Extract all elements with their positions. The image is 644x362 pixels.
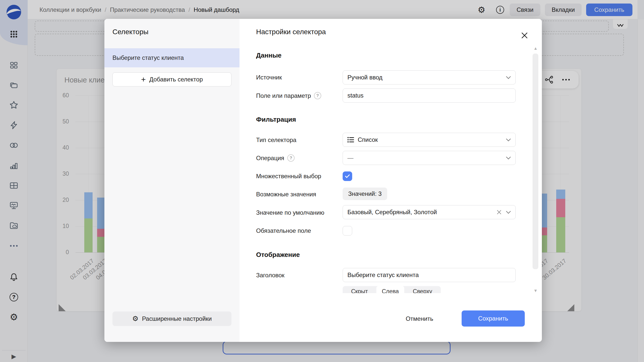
selector-type-select[interactable]: Список — [343, 133, 516, 147]
advanced-settings-button[interactable]: ⚙ Расширенные настройки — [112, 311, 231, 326]
operation-value: — — [347, 154, 353, 161]
field-param-input[interactable] — [343, 88, 516, 103]
title-input[interactable] — [343, 268, 516, 282]
cancel-button[interactable]: Отменить — [400, 311, 439, 326]
source-value: Ручной ввод — [347, 74, 382, 81]
scroll-up-arrow[interactable]: ▲ — [531, 46, 540, 51]
selector-type-label: Тип селектора — [256, 137, 296, 144]
add-selector-button[interactable]: + Добавить селектор — [112, 72, 231, 86]
page: ? ⚙ ▶ Коллекции и воркбуки / Практически… — [0, 0, 644, 362]
advanced-settings-label: Расширенные настройки — [142, 315, 212, 322]
selectors-panel-title: Селекторы — [112, 28, 148, 36]
section-data-heading: Данные — [256, 52, 281, 59]
settings-panel-title: Настройки селектора — [256, 28, 326, 36]
section-filtering-heading: Фильтрация — [256, 116, 296, 123]
close-modal-button[interactable] — [519, 30, 530, 41]
multi-select-label: Множественный выбор — [256, 173, 321, 180]
operation-label-text: Операция — [256, 155, 284, 162]
clear-icon[interactable] — [496, 209, 502, 215]
tab-left[interactable]: Слева — [376, 286, 404, 293]
scroll-down-arrow[interactable]: ▼ — [531, 288, 540, 293]
scrollbar-thumb[interactable] — [533, 54, 538, 269]
chevron-down-icon — [506, 138, 511, 142]
help-icon[interactable]: ? — [287, 154, 295, 162]
chevron-down-icon — [506, 156, 511, 160]
selectors-panel: Селекторы Выберите статус клиента + Доба… — [104, 19, 239, 342]
values-count-badge[interactable]: Значений: 3 — [343, 188, 387, 200]
selector-list-item[interactable]: Выберите статус клиента — [104, 48, 239, 67]
default-value-combobox[interactable]: Базовый, Серебряный, Золотой — [343, 205, 516, 219]
help-icon[interactable]: ? — [314, 92, 321, 99]
plus-icon: + — [141, 75, 146, 83]
tab-top[interactable]: Сверху — [404, 286, 441, 293]
multi-select-checkbox[interactable] — [343, 171, 352, 181]
selector-type-value: Список — [358, 136, 378, 143]
source-select[interactable]: Ручной ввод — [343, 70, 516, 84]
selector-settings-modal: Селекторы Выберите статус клиента + Доба… — [104, 19, 542, 342]
default-value-label: Значение по умолчанию — [256, 209, 324, 216]
chevron-down-icon — [506, 76, 511, 79]
possible-values-label: Возможные значения — [256, 191, 316, 198]
save-selector-button[interactable]: Сохранить — [462, 310, 525, 327]
default-value-text: Базовый, Серебряный, Золотой — [347, 209, 437, 216]
title-field-label: Заголовок — [256, 272, 285, 279]
add-selector-label: Добавить селектор — [149, 76, 203, 83]
list-icon — [347, 137, 354, 143]
operation-select[interactable]: — — [343, 151, 516, 165]
operation-label: Операция ? — [256, 154, 295, 162]
field-param-label: Поле или параметр ? — [256, 92, 321, 99]
check-icon — [345, 174, 350, 178]
chevron-down-icon — [506, 211, 511, 214]
tab-hidden[interactable]: Скрыт — [343, 286, 376, 293]
source-label: Источник — [256, 74, 282, 81]
close-icon — [521, 32, 528, 39]
field-param-label-text: Поле или параметр — [256, 92, 311, 99]
section-display-heading: Отображение — [256, 251, 300, 259]
title-placement-tabs: Скрыт Слева Сверху — [343, 286, 441, 293]
required-field-label: Обязательное поле — [256, 227, 311, 234]
required-field-checkbox[interactable] — [343, 226, 352, 236]
gear-icon: ⚙ — [132, 315, 138, 322]
